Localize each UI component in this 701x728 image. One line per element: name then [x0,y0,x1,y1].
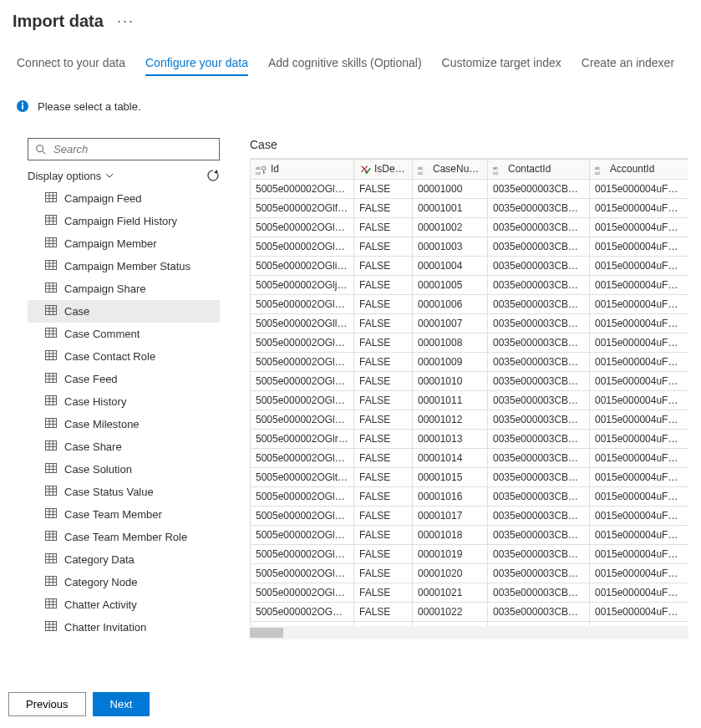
table-row[interactable]: 5005e000002OGlyAAGFALSE000010200035e0000… [251,563,689,583]
svg-rect-15 [46,238,57,247]
tree-item[interactable]: Case Team Member [28,503,220,526]
column-header[interactable]: IsDeleted [354,160,413,180]
more-actions-icon[interactable]: ··· [117,13,135,30]
tab-step-0[interactable]: Connect to your data [17,56,125,76]
svg-rect-5 [46,193,57,202]
table-row[interactable]: 5005e000002OGljAAGFALSE000010050035e0000… [251,275,689,294]
table-cell: 00001005 [413,275,488,294]
tree-item[interactable]: Chatter Activity [28,593,220,616]
table-row[interactable]: 5005e000002OGlnAAGFALSE000010090035e0000… [251,352,689,371]
tree-item[interactable]: Category Node [28,571,220,593]
table-row[interactable]: 5005e000002OGlkAAGFALSE000010060035e0000… [251,294,689,313]
tree-item[interactable]: Case [28,300,220,323]
table-cell: FALSE [354,410,413,429]
table-row[interactable]: 5005e000002OGlqAAGFALSE000010120035e0000… [251,410,689,429]
display-options-dropdown[interactable]: Display options [28,170,114,182]
table-cell: 00001020 [413,563,488,583]
column-header[interactable]: abcdAccountId [590,160,689,180]
table-cell: 5005e000002OGlsAAG [251,448,354,467]
table-cell: FALSE [354,294,413,313]
svg-rect-45 [46,374,57,383]
tree-item[interactable]: Campaign Member [28,232,220,255]
table-row[interactable]: 5005e000002OGliAAGFALSE000010040035e0000… [251,256,689,275]
table-cell: 0035e000003CBDbA... [488,410,590,429]
svg-rect-30 [46,306,57,315]
svg-rect-35 [46,328,57,338]
tree-item[interactable]: Case Share [28,435,220,458]
table-row[interactable]: 5005e000002OGltAAGFALSE000010150035e0000… [251,467,689,486]
svg-rect-100 [46,622,57,631]
chevron-down-icon [104,171,114,181]
tree-item[interactable]: Category Data [28,548,220,571]
table-cell: 00001010 [413,371,488,390]
table-row[interactable]: 5005e000002OGlrAAGFALSE000010130035e0000… [251,429,689,448]
tree-item[interactable]: Case Solution [28,458,220,481]
table-icon [44,213,58,229]
tree-item[interactable]: Case Feed [28,368,220,390]
table-row[interactable]: 5005e000002OGlvAAGFALSE000010170035e0000… [251,506,689,525]
tree-item[interactable]: Campaign Feed [28,187,220,210]
table-cell: 5005e000002OGlxAAG [251,544,354,563]
table-cell: 0015e000004uFMRAA2 [590,198,689,217]
tree-item[interactable]: Case Contact Role [28,345,220,368]
table-icon [44,416,58,432]
tree-item[interactable]: Case Team Member Role [28,526,220,548]
table-row[interactable]: 5005e000002OGlpAAGFALSE000010110035e0000… [251,390,689,410]
table-cell: 0015e000004uFMRAA2 [590,217,689,237]
table-row[interactable]: 5005e000002OGleAAGFALSE000010000035e0000… [251,179,689,198]
table-row[interactable]: 5005e000002OGlzAAGFALSE000010210035e0000… [251,583,689,602]
svg-line-4 [43,150,46,154]
tab-step-3[interactable]: Customize target index [442,56,561,76]
preview-grid: abcdIdIsDeletedabcdCaseNumberabcdContact… [250,159,688,626]
horizontal-scrollbar[interactable] [250,626,688,639]
column-header[interactable]: abcdId [251,160,354,180]
search-input[interactable] [52,142,212,156]
svg-text:cd: cd [418,171,423,176]
refresh-icon[interactable] [206,169,220,182]
tree-item[interactable]: Case Comment [28,323,220,345]
svg-rect-10 [46,216,57,225]
table-cell: FALSE [354,217,413,237]
svg-point-122 [262,166,265,170]
tab-step-1[interactable]: Configure your data [145,56,248,76]
tree-item-label: Campaign Feed [64,192,142,205]
table-cell: FALSE [354,583,413,602]
table-cell: FALSE [354,313,413,333]
tab-step-2[interactable]: Add cognitive skills (Optional) [268,56,422,76]
table-cell: 0035e000003CBDRAA4 [488,506,590,525]
table-row[interactable]: 5005e000002OGlhAAGFALSE000010030035e0000… [251,237,689,256]
table-row[interactable]: 5005e000002OGm0A...FALSE000010220035e000… [251,602,689,621]
table-row[interactable]: 5005e000002OGloAAGFALSE000010100035e0000… [251,371,689,390]
column-header[interactable]: abcdContactId [488,160,590,180]
table-row[interactable]: 5005e000002OGlwAAGFALSE000010180035e0000… [251,525,689,544]
tree-item[interactable]: Case Milestone [28,413,220,435]
table-row[interactable]: 5005e000002OGlgAAGFALSE000010020035e0000… [251,217,689,237]
tree-item[interactable]: Campaign Field History [28,210,220,232]
table-cell: 00001014 [413,448,488,467]
table-row[interactable]: 5005e000002OGllAAGFALSE000010070035e0000… [251,313,689,333]
table-cell: 0015e000004uFMSAA2 [590,275,689,294]
tree-item[interactable]: Case History [28,390,220,413]
tree-item[interactable]: Case Status Value [28,481,220,503]
search-input-container[interactable] [28,138,220,160]
tree-item-label: Case [64,305,89,318]
svg-rect-75 [46,509,57,518]
table-row[interactable]: 5005e000002OGluAAGFALSE000010160035e0000… [251,486,689,506]
table-row[interactable]: 5005e000002OGlsAAGFALSE000010140035e0000… [251,448,689,467]
tab-step-4[interactable]: Create an indexer [582,56,674,76]
tree-item[interactable]: Campaign Member Status [28,255,220,277]
tree-item[interactable]: Chatter Invitation [28,616,220,639]
table-cell: 0035e000003CBDVAA4 [488,313,590,333]
table-row[interactable]: 5005e000002OGlmAAGFALSE000010080035e0000… [251,333,689,352]
table-cell: 0015e000004uFMQA... [590,313,689,333]
tree-item[interactable]: Campaign Share [28,277,220,300]
table-row[interactable]: 5005e000002OGlxAAGFALSE000010190035e0000… [251,544,689,563]
previous-button[interactable]: Previous [8,692,86,716]
table-row[interactable]: 5005e000002OGlfAAGFALSE000010010035e0000… [251,198,689,217]
tree-item[interactable]: Client Browser [28,639,220,639]
table-cell: 5005e000002OGlkAAG [251,294,354,313]
table-tree[interactable]: Campaign FeedCampaign Field HistoryCampa… [28,187,220,639]
column-header[interactable]: abcdCaseNumber [413,160,488,180]
table-icon [44,191,58,206]
next-button[interactable]: Next [93,692,150,716]
